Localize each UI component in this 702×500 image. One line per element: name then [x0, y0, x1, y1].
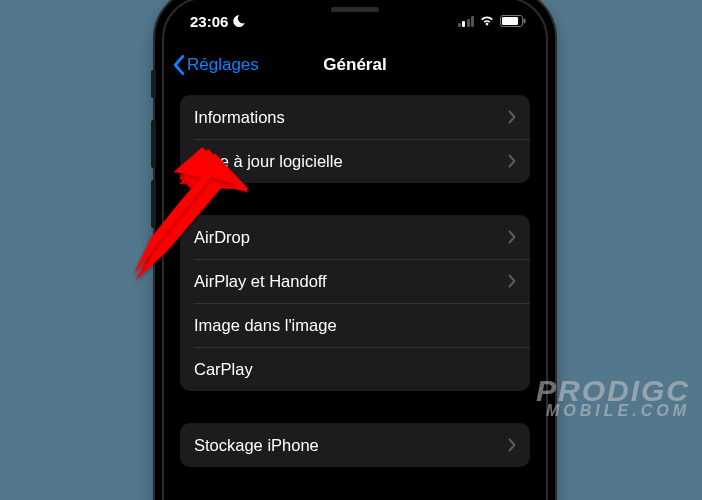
- watermark-line2: MOBILE.COM: [536, 404, 690, 418]
- battery-icon: [500, 13, 526, 30]
- watermark: PRODIGC MOBILE.COM: [536, 377, 690, 418]
- settings-group: Stockage iPhone: [180, 423, 530, 467]
- notch: [270, 0, 440, 29]
- nav-title: Général: [323, 55, 386, 75]
- chevron-left-icon: [172, 54, 185, 76]
- row-label: Informations: [194, 108, 285, 127]
- svg-rect-1: [502, 17, 518, 25]
- chevron-right-icon: [508, 230, 516, 244]
- svg-marker-7: [128, 145, 239, 291]
- chevron-right-icon: [508, 438, 516, 452]
- do-not-disturb-icon: [232, 14, 246, 28]
- back-label: Réglages: [187, 55, 259, 75]
- status-time: 23:06: [190, 13, 228, 30]
- row-pip[interactable]: Image dans l'image: [180, 303, 530, 347]
- back-button[interactable]: Réglages: [172, 54, 259, 76]
- svg-rect-2: [524, 18, 526, 23]
- row-carplay[interactable]: CarPlay: [180, 347, 530, 391]
- row-storage[interactable]: Stockage iPhone: [180, 423, 530, 467]
- row-informations[interactable]: Informations: [180, 95, 530, 139]
- mute-switch: [151, 70, 156, 98]
- row-label: CarPlay: [194, 360, 253, 379]
- chevron-right-icon: [508, 154, 516, 168]
- nav-bar: Réglages Général: [164, 43, 546, 87]
- row-label: Stockage iPhone: [194, 436, 319, 455]
- wifi-icon: [479, 13, 495, 30]
- row-label: Image dans l'image: [194, 316, 337, 335]
- watermark-line1: PRODIGC: [536, 377, 690, 404]
- cellular-icon: [458, 16, 475, 27]
- annotation-arrow-icon: [105, 140, 240, 294]
- chevron-right-icon: [508, 274, 516, 288]
- chevron-right-icon: [508, 110, 516, 124]
